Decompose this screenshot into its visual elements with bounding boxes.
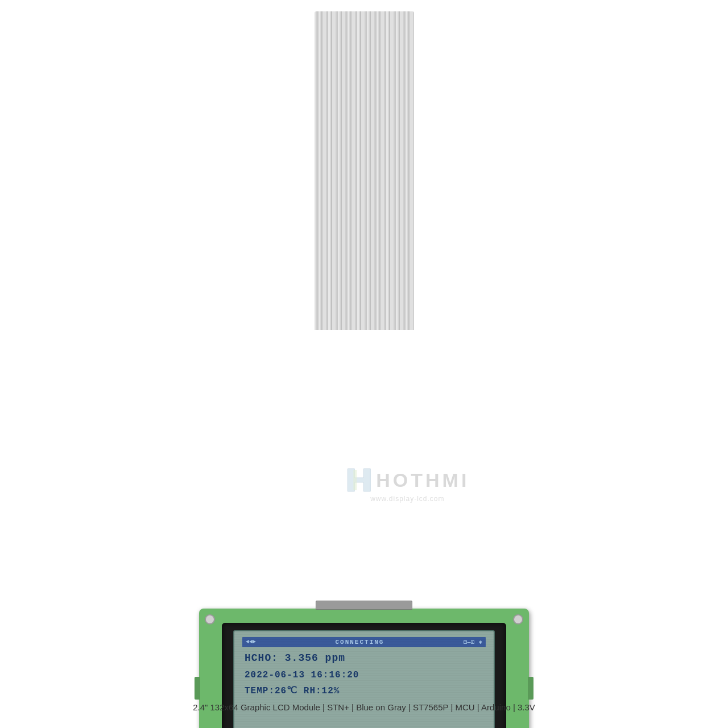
cable-connector (316, 601, 412, 610)
caption-text: 2.4" 132x64 Graphic LCD Module | STN+ | … (193, 702, 535, 712)
svg-marker-0 (348, 469, 370, 491)
cable-body: AWM 20624 80C 60V VW-1 AWM 20624 80C 60V… (315, 11, 414, 330)
icon-bluetooth: ✱ (478, 639, 482, 646)
hothmi-h-icon (345, 466, 373, 494)
hothmi-brand-text: HOTHMI (376, 469, 469, 491)
connecting-text: CONNECTING (335, 639, 384, 646)
svg-rect-2 (353, 470, 357, 490)
hothmi-website: www.display-lcd.com (370, 495, 444, 503)
lcd-row-temp-rh: TEMP:26℃ RH:12% (242, 683, 486, 699)
status-right-icons: ⊟—⊡ ✱ (464, 639, 482, 646)
mounting-hole-tr (513, 614, 523, 624)
pcb-connector-right (528, 677, 533, 700)
hothmi-logo-area: HOTHMI www.display-lcd.com (345, 466, 469, 503)
lcd-screen: ◄◄► CONNECTING ⊟—⊡ ✱ HCHO: 3.356 ppm 202… (233, 630, 495, 729)
status-left-icons: ◄◄► (246, 639, 256, 645)
lcd-row-datetime: 2022-06-13 16:16:20 (242, 667, 486, 683)
ffc-cable: AWM 20624 80C 60V VW-1 AWM 20624 80C 60V… (310, 11, 418, 330)
lcd-status-bar: ◄◄► CONNECTING ⊟—⊡ ✱ (242, 637, 486, 647)
bottom-caption: 2.4" 132x64 Graphic LCD Module | STN+ | … (0, 702, 728, 712)
main-container: AWM 20624 80C 60V VW-1 AWM 20624 80C 60V… (0, 0, 728, 728)
pcb-connector-left (195, 677, 200, 700)
lcd-module: ◄◄► CONNECTING ⊟—⊡ ✱ HCHO: 3.356 ppm 202… (222, 623, 506, 728)
lcd-row-hcho: HCHO: 3.356 ppm (242, 650, 486, 667)
icon-usb: ⊟—⊡ (464, 639, 475, 646)
mounting-hole-tl (205, 614, 215, 624)
